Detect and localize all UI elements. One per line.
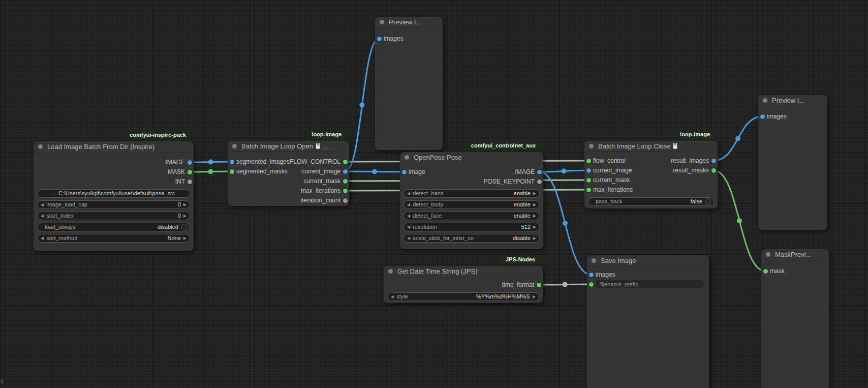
decrement-arrow-icon[interactable]: ◀ (391, 293, 394, 301)
increment-arrow-icon[interactable]: ▶ (533, 190, 536, 197)
time_format-output-port[interactable] (537, 283, 541, 287)
segmented_masks-input-port[interactable] (230, 169, 234, 174)
MASK-output-port[interactable] (188, 170, 192, 174)
current_image-input-port[interactable] (586, 168, 591, 173)
wire-midpoint-dot[interactable] (360, 103, 365, 108)
collapse-dot[interactable] (763, 98, 767, 103)
mask-input-port[interactable] (763, 269, 768, 274)
segmented_images-input-port[interactable] (230, 160, 234, 164)
decrement-arrow-icon[interactable]: ◀ (41, 201, 44, 208)
detect_body-widget[interactable]: ◀detect_bodyenable▶ (404, 200, 540, 209)
collapse-dot[interactable] (589, 144, 594, 148)
widget-value: false (691, 198, 702, 204)
decrement-arrow-icon[interactable]: ◀ (41, 212, 44, 220)
converted-widget-input[interactable]: filename_prefix (595, 280, 704, 288)
node-load-image-batch-from-dir-inspire[interactable]: Load Image Batch From Dir (Inspire)comfy… (34, 141, 194, 251)
iteration_count-output-port[interactable] (343, 198, 348, 203)
increment-arrow-icon[interactable]: ▶ (533, 201, 536, 208)
node-batch-image-loop-close[interactable]: Batch Image Loop Closeloop-imageflow_con… (584, 141, 718, 208)
increment-arrow-icon[interactable]: ▶ (183, 212, 187, 220)
node-title-bar[interactable]: Load Image Batch From Dir (Inspire) (34, 141, 194, 153)
INT-output-port[interactable] (188, 180, 192, 184)
sort_method-widget[interactable]: ◀sort_methodNone▶ (37, 234, 190, 243)
images-input-port[interactable] (760, 114, 765, 119)
wire-midpoint-dot[interactable] (735, 136, 740, 141)
node-mask-preview[interactable]: MaskPrevi...mask (761, 249, 829, 388)
max_iterations-input-port[interactable] (586, 188, 591, 192)
result_images-output-port[interactable] (711, 159, 716, 163)
node-title-bar[interactable]: OpenPose Pose (400, 152, 543, 163)
toggle-knob-icon[interactable] (705, 198, 711, 205)
resolution-widget[interactable]: ◀resolution512▶ (404, 223, 540, 231)
scale_stick_for_xinsr_cn-widget[interactable]: ◀scale_stick_for_xinsr_cndisable▶ (404, 234, 540, 243)
current_image-output-port[interactable] (343, 169, 348, 174)
collapse-dot[interactable] (766, 252, 770, 257)
collapse-dot[interactable] (388, 269, 393, 274)
wire-midpoint-dot[interactable] (208, 160, 213, 165)
wire-midpoint-dot[interactable] (563, 221, 568, 226)
result_masks-output-port[interactable] (711, 168, 716, 173)
collapse-dot[interactable] (380, 20, 384, 24)
node-save-image[interactable]: Save Imageimagesfilename_prefix (587, 255, 709, 388)
wire-midpoint-dot[interactable] (737, 218, 742, 223)
slot-row: segmented_imagesFLOW_CONTROL (228, 157, 349, 167)
flow_control-input-port[interactable] (586, 159, 591, 163)
IMAGE-output-port[interactable] (188, 160, 192, 165)
images-input-port[interactable] (589, 273, 594, 277)
increment-arrow-icon[interactable]: ▶ (183, 234, 187, 242)
node-title-bar[interactable]: Batch Image Loop Open... (228, 141, 349, 152)
collapse-dot[interactable] (232, 144, 237, 148)
node-title-bar[interactable]: Save Image (587, 255, 709, 266)
decrement-arrow-icon[interactable]: ◀ (407, 212, 410, 220)
node-preview-image-right[interactable]: Preview I...images (758, 95, 827, 230)
toggle-knob-icon[interactable] (181, 224, 188, 230)
IMAGE-output-port[interactable] (537, 170, 542, 174)
style-widget[interactable]: ◀style%Y%m%d%H%M%S▶ (387, 292, 539, 301)
max_iterations-output-port[interactable] (343, 189, 348, 193)
node-get-date-time-string-jps[interactable]: Get Date Time String (JPS)JPS-Nodestime_… (384, 266, 543, 303)
node-openpose-pose[interactable]: OpenPose Posecomfyui_controlnet_auximage… (400, 152, 543, 249)
start_index-widget[interactable]: ◀start_index0▶ (37, 212, 190, 220)
images-input-port[interactable] (377, 37, 382, 41)
collapse-dot[interactable] (405, 155, 409, 160)
value-widget[interactable]: ... C:\Users\syui\git\comfyui\user\defau… (37, 189, 190, 198)
wire-midpoint-dot[interactable] (563, 282, 568, 287)
increment-arrow-icon[interactable]: ▶ (533, 234, 536, 242)
node-title-bar[interactable]: Batch Image Loop Close (584, 141, 718, 152)
decrement-arrow-icon[interactable]: ◀ (41, 234, 44, 242)
detect_face-widget[interactable]: ◀detect_faceenable▶ (404, 212, 540, 220)
POSE_KEYPOINT-output-port[interactable] (537, 180, 542, 184)
decrement-arrow-icon[interactable]: ◀ (407, 223, 410, 231)
widget-value: %Y%m%d%H%M%S (476, 293, 530, 300)
increment-arrow-icon[interactable]: ▶ (533, 223, 536, 231)
input-slot-label: mask (770, 266, 785, 276)
pass_back-widget[interactable]: pass_backfalse (588, 197, 714, 206)
increment-arrow-icon[interactable]: ▶ (533, 212, 536, 220)
increment-arrow-icon[interactable]: ▶ (533, 293, 536, 301)
current_mask-output-port[interactable] (343, 179, 348, 184)
image-input-port[interactable] (402, 170, 407, 174)
decrement-arrow-icon[interactable]: ◀ (407, 190, 410, 197)
wire-midpoint-dot[interactable] (372, 169, 377, 174)
node-title-bar[interactable]: Get Date Time String (JPS) (384, 266, 543, 277)
collapse-dot[interactable] (38, 144, 43, 149)
node-graph-canvas[interactable]: s Load Image Batch From Dir (Inspire)com… (0, 0, 868, 388)
decrement-arrow-icon[interactable]: ◀ (407, 201, 410, 208)
increment-arrow-icon[interactable]: ▶ (183, 201, 187, 208)
detect_hand-widget[interactable]: ◀detect_handenable▶ (404, 189, 540, 198)
image_load_cap-widget[interactable]: ◀image_load_cap0▶ (37, 200, 190, 209)
node-title-bar[interactable]: Preview I... (375, 17, 443, 28)
node-batch-image-loop-open[interactable]: Batch Image Loop Open...loop-imagesegmen… (228, 141, 349, 206)
node-title-bar[interactable]: MaskPrevi... (761, 249, 829, 260)
wire-midpoint-dot[interactable] (208, 169, 213, 174)
slot-row: current_mask (228, 176, 349, 186)
current_mask-input-port[interactable] (586, 178, 591, 183)
collapse-dot[interactable] (592, 258, 596, 263)
node-title-bar[interactable]: Preview I... (758, 95, 827, 106)
wire-midpoint-dot[interactable] (562, 169, 567, 174)
FLOW_CONTROL-output-port[interactable] (343, 160, 348, 164)
decrement-arrow-icon[interactable]: ◀ (407, 234, 410, 242)
slot-input-port[interactable] (589, 282, 594, 287)
load_always-widget[interactable]: load_alwaysdisabled (37, 223, 190, 231)
node-preview-image-top[interactable]: Preview I...images (375, 17, 443, 150)
